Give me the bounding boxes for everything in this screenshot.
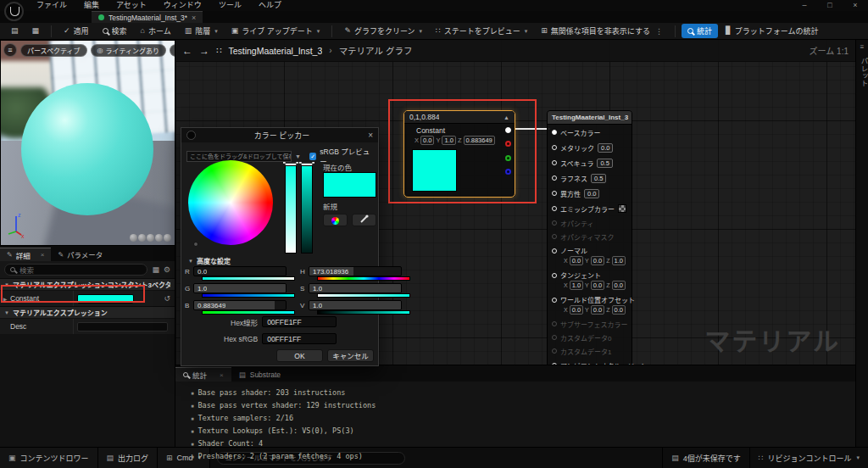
- section-constant3vector[interactable]: ▼ マテリアルエクスプレッションコンスタント3ベクター: [0, 278, 175, 290]
- pin-value-input[interactable]: 0.0: [598, 143, 613, 153]
- shape-cylinder-icon[interactable]: [130, 234, 137, 242]
- constant-node[interactable]: 0,1,0.884 ▲ Constant X0.0Y1.0Z0.883649: [403, 110, 515, 198]
- input-pin-icon[interactable]: [552, 298, 557, 303]
- menu-item-0[interactable]: ファイル: [29, 0, 75, 11]
- channel-input-g[interactable]: 1.0: [193, 283, 287, 293]
- input-pin-icon[interactable]: [552, 191, 557, 196]
- channel-input-r[interactable]: 0.0: [193, 266, 287, 276]
- platform-stats-button[interactable]: ▊プラットフォームの統計: [720, 24, 825, 38]
- pin-value-input[interactable]: 0.5: [591, 174, 606, 183]
- home-button[interactable]: ⌂ホーム: [135, 24, 177, 38]
- palette-menu-icon[interactable]: ≡: [856, 43, 868, 51]
- pin-y-input[interactable]: 0.0: [591, 281, 604, 290]
- chevron-down-icon[interactable]: ▾: [525, 28, 528, 35]
- reset-to-default-icon[interactable]: ↺: [164, 294, 175, 303]
- srgb-checkbox[interactable]: ✓: [309, 153, 316, 160]
- breadcrumb-root[interactable]: TestingMaaterial_Inst_3: [228, 46, 322, 56]
- wheel-mode-button[interactable]: [323, 214, 348, 226]
- advanced-settings-row[interactable]: ▼ 高度な設定: [188, 256, 231, 265]
- constant-row[interactable]: ▶ Constant ↺: [0, 290, 175, 306]
- minimize-button[interactable]: –: [792, 0, 817, 11]
- desc-input[interactable]: [77, 322, 168, 332]
- apply-button[interactable]: ✓適用: [58, 24, 95, 38]
- output-pin-blue[interactable]: [505, 169, 511, 175]
- channel-input-h[interactable]: 173.018936: [309, 266, 402, 276]
- pin-z-input[interactable]: 0.0: [612, 281, 626, 290]
- close-button[interactable]: ×: [843, 0, 868, 11]
- shape-cube-icon[interactable]: [155, 234, 163, 242]
- menu-item-5[interactable]: ヘルプ: [251, 0, 289, 11]
- stats-button[interactable]: 統計: [682, 24, 718, 38]
- clean-graph-button[interactable]: ✎グラフをクリーン▾: [338, 24, 428, 38]
- tab-close-icon[interactable]: ×: [41, 251, 45, 259]
- output-pin-green[interactable]: [505, 155, 511, 161]
- material-result-node[interactable]: TestingMaaterial_Inst_3 ベースカラーメタリック0.0スペ…: [547, 110, 632, 407]
- tab-close-icon[interactable]: ×: [192, 14, 196, 22]
- theme-dropdown-icon[interactable]: ▼: [295, 153, 301, 159]
- constant-y-input[interactable]: 1.0: [442, 136, 455, 145]
- input-pin-icon[interactable]: [552, 145, 557, 150]
- search-button[interactable]: 検索: [97, 24, 133, 38]
- asset-tab[interactable]: TestingMaaterial_Inst_3* ×: [92, 11, 203, 23]
- material-pin-normal[interactable]: ノーマルX0.0Y0.0Z1.0: [548, 243, 632, 268]
- pin-x-input[interactable]: 1.0: [570, 281, 583, 290]
- constant-z-input[interactable]: 0.883649: [464, 136, 495, 145]
- browse-button[interactable]: ▦: [26, 25, 46, 36]
- constant-color-swatch[interactable]: [77, 294, 134, 304]
- cancel-button[interactable]: キャンセル: [327, 349, 374, 362]
- details-search-input[interactable]: 検索: [4, 264, 147, 276]
- output-log-button[interactable]: ▤ 出力ログ: [98, 448, 159, 468]
- channel-gradient-r[interactable]: [202, 276, 295, 281]
- output-pin-red[interactable]: [505, 141, 511, 147]
- input-pin-icon[interactable]: [552, 273, 557, 278]
- gear-icon[interactable]: ⚙: [164, 265, 170, 274]
- channel-gradient-s[interactable]: [317, 293, 410, 298]
- preview-viewport[interactable]: ≡ パースペクティブ◎ライティングあり表示 z x: [0, 40, 175, 246]
- tab-palette[interactable]: パレット: [859, 58, 868, 86]
- color-picker-titlebar[interactable]: カラー ピッカー ×: [181, 128, 378, 142]
- shape-plane-icon[interactable]: [147, 234, 154, 242]
- input-pin-icon[interactable]: [552, 130, 557, 135]
- input-pin-icon[interactable]: [552, 206, 557, 211]
- color-wheel[interactable]: [188, 160, 273, 245]
- input-pin-icon[interactable]: [552, 176, 557, 181]
- palette-sidebar[interactable]: ≡ パレット: [855, 40, 868, 447]
- hex-linear-input[interactable]: 00FFE1FF: [262, 316, 337, 327]
- ok-button[interactable]: OK: [276, 349, 323, 362]
- pin-z-input[interactable]: 1.0: [612, 256, 626, 265]
- menu-item-4[interactable]: ツール: [211, 0, 249, 11]
- tab-details[interactable]: ✎ 詳細 ×: [0, 248, 51, 261]
- material-pin-specular[interactable]: スペキュラ0.5: [548, 155, 632, 170]
- input-pin-icon[interactable]: [552, 160, 557, 165]
- shape-sphere-icon[interactable]: [138, 234, 146, 242]
- saturation-bar[interactable]: [285, 165, 297, 254]
- material-pin-anisotropy[interactable]: 異方性0.0: [548, 186, 632, 201]
- channel-gradient-v[interactable]: [317, 310, 410, 315]
- channel-gradient-b[interactable]: [202, 310, 295, 315]
- theme-drop-strip[interactable]: ここに色をドラッグ&ドロップして保存する: [186, 151, 292, 162]
- output-pin-rgb[interactable]: [505, 127, 511, 133]
- channel-gradient-g[interactable]: [202, 293, 295, 298]
- material-pin-base-color[interactable]: ベースカラー: [548, 125, 632, 140]
- value-bar[interactable]: [301, 165, 313, 254]
- pin-value-input[interactable]: 0.0: [584, 189, 599, 198]
- kebab-menu-icon[interactable]: ⋮: [655, 27, 663, 36]
- constant-color-preview[interactable]: [412, 149, 457, 192]
- chevron-down-icon[interactable]: ▾: [214, 28, 218, 35]
- pin-x-input[interactable]: 0.0: [570, 305, 583, 315]
- color-wheel-indicator[interactable]: [193, 242, 198, 247]
- viewport-menu-icon[interactable]: ≡: [3, 43, 17, 57]
- desc-row[interactable]: Desc: [0, 318, 175, 334]
- pin-z-input[interactable]: 0.0: [612, 305, 626, 315]
- preview-state-button[interactable]: ∷ステートをプレビュー▾: [430, 24, 533, 38]
- material-pin-world-position-offset[interactable]: ワールド位置オフセットX0.0Y0.0Z0.0: [548, 292, 632, 317]
- live-update-button[interactable]: ▣ライブ アップデート▾: [225, 24, 326, 38]
- material-pin-metallic[interactable]: メタリック0.0: [548, 140, 632, 155]
- hex-srgb-input[interactable]: 00FFF1FF: [262, 333, 337, 344]
- channel-input-b[interactable]: 0.883649: [193, 300, 287, 310]
- eyedropper-button[interactable]: [352, 214, 376, 226]
- chevron-down-icon[interactable]: ▾: [419, 28, 422, 35]
- grid-view-icon[interactable]: ▦: [152, 265, 159, 274]
- viewport-button-1[interactable]: ◎ライティングあり: [91, 44, 166, 57]
- hierarchy-button[interactable]: ▥階層▾: [179, 24, 224, 38]
